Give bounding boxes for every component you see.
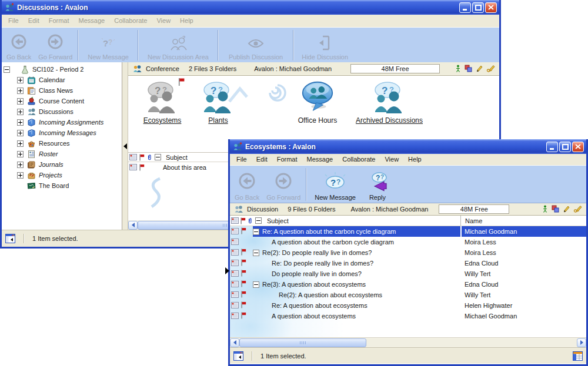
message-subject: About this area — [163, 164, 206, 171]
sidebar-item-class-news[interactable]: Class News — [2, 85, 122, 96]
scroll-left-arrow[interactable] — [230, 338, 239, 347]
minimize-button[interactable] — [459, 2, 471, 13]
hide-discussion-button[interactable]: Hide Discussion — [296, 29, 354, 61]
message-row[interactable]: A question about the carbon cycle diagra… — [230, 237, 586, 247]
window2-titlebar[interactable]: Ecosystems : Avalon — [230, 139, 586, 154]
expand-box-icon[interactable] — [17, 109, 24, 115]
menu-help[interactable]: Help — [175, 16, 198, 26]
file-folder-counts: 2 Files 3 Folders — [189, 65, 236, 72]
red-flag-icon — [240, 270, 246, 278]
sidebar-item-sci102[interactable]: SCI102 - Period 2 — [2, 64, 122, 75]
menu-collaborate[interactable]: Collaborate — [338, 155, 380, 164]
message-row[interactable]: Do people really live in domes? Willy Te… — [230, 268, 586, 279]
collapse-pane-arrow-icon[interactable] — [121, 143, 127, 149]
item-plants[interactable]: ?? Plants — [194, 80, 242, 125]
expand-box-icon[interactable] — [17, 88, 24, 94]
sidebar-item-calendar[interactable]: Calendar — [2, 75, 122, 85]
window1-titlebar[interactable]: Discussions : Avalon — [2, 0, 499, 15]
sidebar-item-course-content[interactable]: Course Content — [2, 96, 122, 106]
go-back-button[interactable]: Go Back — [231, 167, 263, 202]
sidebar-item-projects[interactable]: Projects — [2, 170, 122, 180]
new-message-button[interactable]: ?? New Message — [309, 167, 362, 202]
svg-text:?: ? — [376, 174, 380, 182]
svg-text:?: ? — [382, 85, 387, 96]
svg-text:?: ? — [108, 38, 112, 46]
thread-collapse-box-icon[interactable] — [253, 250, 259, 256]
hide-discussion-icon — [317, 35, 333, 52]
collapse-all-box-icon[interactable] — [255, 217, 262, 224]
sidebar-item-the-board[interactable]: The Board — [2, 180, 122, 191]
thread-collapse-box-icon[interactable] — [253, 281, 259, 288]
sidebar-item-journals[interactable]: Journals — [2, 159, 122, 170]
scroll-left-arrow[interactable] — [128, 221, 138, 230]
menu-view[interactable]: View — [380, 155, 403, 164]
calendar-icon — [27, 76, 36, 85]
item-archived-discussions[interactable]: ?? Archived Discussions — [341, 80, 437, 125]
scroll-thumb[interactable] — [239, 338, 366, 347]
message-row[interactable]: Re: Do people really live in domes? Edna… — [230, 258, 586, 268]
message-row[interactable]: Re(2): A question about ecosystems Willy… — [230, 290, 586, 300]
scroll-right-arrow[interactable] — [577, 338, 586, 347]
reply-button[interactable]: ?? Reply — [362, 167, 393, 202]
menu-message[interactable]: Message — [74, 16, 110, 26]
message-row[interactable]: Re: A question about the carbon cycle di… — [230, 226, 586, 237]
envelope-icon — [231, 291, 239, 299]
menu-message[interactable]: Message — [302, 155, 338, 164]
projects-icon — [27, 171, 36, 180]
message-row[interactable]: Re: A question about ecosystems Helen Hi… — [230, 300, 586, 311]
menu-view[interactable]: View — [152, 16, 175, 26]
tree-label: Resources — [39, 140, 70, 147]
pencil-key-icon — [486, 65, 495, 73]
menu-collaborate[interactable]: Collaborate — [109, 16, 152, 26]
sidebar-item-incoming-assignments[interactable]: Incoming Assignments — [2, 117, 122, 127]
message-row[interactable]: Re(3): A question about ecosystems Edna … — [230, 279, 586, 290]
expand-box-icon[interactable] — [17, 130, 24, 136]
menu-edit[interactable]: Edit — [252, 155, 272, 164]
minimize-button[interactable] — [546, 142, 558, 152]
maximize-button[interactable] — [472, 2, 484, 13]
go-forward-button[interactable]: Go Forward — [35, 29, 76, 61]
menu-file[interactable]: File — [232, 155, 252, 164]
pane-kind-label: Discussion — [247, 206, 278, 213]
menu-format[interactable]: Format — [44, 16, 74, 26]
expand-box-icon[interactable] — [17, 151, 24, 157]
subject-column-header[interactable]: Subject — [166, 154, 188, 161]
thread-collapse-box-icon[interactable] — [253, 229, 259, 235]
collapse-box-icon[interactable] — [4, 66, 10, 73]
view-grid-icon[interactable] — [573, 351, 583, 361]
publish-discussion-button[interactable]: Publish Discussion — [220, 29, 291, 61]
pane-toggle-icon[interactable] — [233, 351, 243, 361]
new-message-button[interactable]: ?? New Message — [81, 29, 136, 61]
menu-edit[interactable]: Edit — [24, 16, 44, 26]
sidebar-item-discussions[interactable]: Discussions — [2, 106, 122, 117]
go-forward-button[interactable]: Go Forward — [263, 167, 304, 202]
envelope-icon — [231, 239, 239, 246]
expand-box-icon[interactable] — [17, 162, 24, 168]
expand-box-icon[interactable] — [17, 98, 24, 105]
sidebar-item-incoming-messages[interactable]: Incoming Messages — [2, 127, 122, 138]
go-back-button[interactable]: Go Back — [3, 29, 35, 61]
subject-column-header[interactable]: Subject — [267, 217, 289, 224]
collapse-all-box-icon[interactable] — [155, 154, 161, 160]
pane-toggle-icon[interactable] — [5, 234, 15, 243]
name-column-header[interactable]: Name — [460, 216, 482, 226]
expand-box-icon[interactable] — [17, 119, 24, 126]
new-discussion-area-button[interactable]: ? New Discussion Area — [141, 29, 216, 61]
message-row[interactable]: A question about ecosystems Michael Good… — [230, 311, 586, 321]
menu-format[interactable]: Format — [272, 155, 302, 164]
maximize-button[interactable] — [559, 142, 571, 152]
expand-box-icon[interactable] — [17, 172, 24, 179]
item-ecosystems[interactable]: ?? Ecosystems — [134, 80, 191, 125]
sidebar-item-roster[interactable]: Roster — [2, 149, 122, 159]
envelope-icon — [231, 228, 239, 236]
window2-hscrollbar[interactable] — [230, 337, 586, 347]
menu-help[interactable]: Help — [403, 155, 426, 164]
menu-file[interactable]: File — [4, 16, 24, 26]
message-row[interactable]: Re(2): Do people really live in domes? M… — [230, 247, 586, 258]
close-button[interactable] — [572, 142, 584, 152]
close-button[interactable] — [485, 2, 497, 13]
pane-divider[interactable] — [122, 62, 128, 230]
expand-box-icon[interactable] — [17, 140, 24, 147]
sidebar-item-resources[interactable]: Resources — [2, 138, 122, 149]
expand-box-icon[interactable] — [17, 77, 24, 83]
